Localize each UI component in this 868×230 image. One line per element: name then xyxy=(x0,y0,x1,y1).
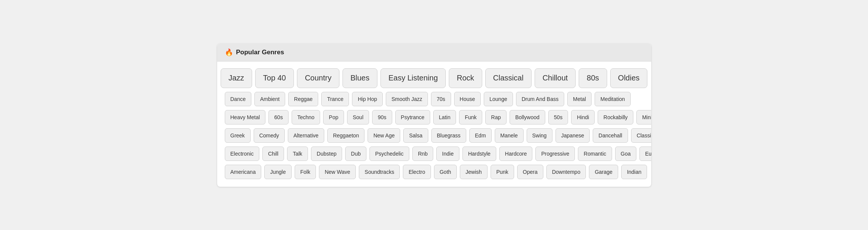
genre-btn-top-40[interactable]: Top 40 xyxy=(255,68,294,88)
genre-btn-oldies[interactable]: Oldies xyxy=(610,68,648,88)
genre-btn-classic-rock[interactable]: Classic Rock xyxy=(631,128,651,143)
genre-btn-dub[interactable]: Dub xyxy=(345,147,366,161)
genre-btn-drum-and-bass[interactable]: Drum And Bass xyxy=(516,92,564,106)
genre-btn-psychedelic[interactable]: Psychedelic xyxy=(369,147,409,161)
genre-btn-dubstep[interactable]: Dubstep xyxy=(311,147,342,161)
genre-btn-90s[interactable]: 90s xyxy=(372,110,392,124)
genre-btn-romantic[interactable]: Romantic xyxy=(578,147,612,161)
genre-btn-dancehall[interactable]: Dancehall xyxy=(593,128,628,143)
genre-btn-smooth-jazz[interactable]: Smooth Jazz xyxy=(386,92,428,106)
genre-btn-manele[interactable]: Manele xyxy=(495,128,524,143)
genre-btn-classical[interactable]: Classical xyxy=(485,68,532,88)
genre-btn-indie[interactable]: Indie xyxy=(436,147,459,161)
genre-btn-greek[interactable]: Greek xyxy=(225,128,251,143)
fire-icon: 🔥 xyxy=(225,48,233,57)
genre-btn-70s[interactable]: 70s xyxy=(431,92,451,106)
genre-btn-hardstyle[interactable]: Hardstyle xyxy=(462,147,496,161)
genre-btn-folk[interactable]: Folk xyxy=(295,165,316,179)
genre-btn-country[interactable]: Country xyxy=(297,68,339,88)
genre-btn-trance[interactable]: Trance xyxy=(321,92,349,106)
popular-genres-panel: 🔥 Popular Genres JazzTop 40CountryBluesE… xyxy=(217,44,651,187)
genre-btn-downtempo[interactable]: Downtempo xyxy=(546,165,586,179)
genre-btn-punk[interactable]: Punk xyxy=(491,165,514,179)
genre-btn-easy-listening[interactable]: Easy Listening xyxy=(380,68,446,88)
genre-btn-metal[interactable]: Metal xyxy=(567,92,592,106)
genre-btn-indian[interactable]: Indian xyxy=(621,165,647,179)
genre-btn-house[interactable]: House xyxy=(454,92,481,106)
genre-btn-new-age[interactable]: New Age xyxy=(368,128,400,143)
genre-btn-lounge[interactable]: Lounge xyxy=(484,92,513,106)
genre-btn-eurodance[interactable]: Eurodance xyxy=(639,147,651,161)
genre-btn-reggaeton[interactable]: Reggaeton xyxy=(327,128,365,143)
genre-btn-blues[interactable]: Blues xyxy=(342,68,377,88)
genre-btn-jungle[interactable]: Jungle xyxy=(264,165,291,179)
genre-btn-50s[interactable]: 50s xyxy=(548,110,568,124)
genre-row-5: ElectronicChillTalkDubstepDubPsychedelic… xyxy=(225,147,644,161)
genre-btn-japanese[interactable]: Japanese xyxy=(556,128,590,143)
genre-row-3: Heavy Metal60sTechnoPopSoul90sPsytranceL… xyxy=(225,110,644,124)
genre-btn-80s[interactable]: 80s xyxy=(579,68,607,88)
genre-btn-bollywood[interactable]: Bollywood xyxy=(510,110,545,124)
genre-btn-reggae[interactable]: Reggae xyxy=(288,92,318,106)
genre-row-6: AmericanaJungleFolkNew WaveSoundtracksEl… xyxy=(225,165,644,179)
genre-btn-heavy-metal[interactable]: Heavy Metal xyxy=(225,110,266,124)
genre-btn-alternative[interactable]: Alternative xyxy=(288,128,324,143)
genre-btn-opera[interactable]: Opera xyxy=(517,165,543,179)
genre-btn-electronic[interactable]: Electronic xyxy=(225,147,259,161)
genre-btn-hardcore[interactable]: Hardcore xyxy=(499,147,533,161)
genre-btn-hindi[interactable]: Hindi xyxy=(571,110,595,124)
genre-btn-bluegrass[interactable]: Bluegrass xyxy=(431,128,466,143)
genre-btn-electro[interactable]: Electro xyxy=(403,165,431,179)
panel-header: 🔥 Popular Genres xyxy=(217,44,651,61)
genre-btn-swing[interactable]: Swing xyxy=(527,128,552,143)
genre-btn-latin[interactable]: Latin xyxy=(433,110,456,124)
genre-row-2: DanceAmbientReggaeTranceHip HopSmooth Ja… xyxy=(225,92,644,106)
genre-btn-funk[interactable]: Funk xyxy=(459,110,482,124)
genre-btn-garage[interactable]: Garage xyxy=(589,165,618,179)
genre-row-1: JazzTop 40CountryBluesEasy ListeningRock… xyxy=(225,68,644,88)
genre-btn-rap[interactable]: Rap xyxy=(485,110,507,124)
genre-btn-jazz[interactable]: Jazz xyxy=(221,68,252,88)
genre-btn-goth[interactable]: Goth xyxy=(434,165,457,179)
genre-btn-ambient[interactable]: Ambient xyxy=(254,92,285,106)
genre-btn-chill[interactable]: Chill xyxy=(262,147,284,161)
genre-btn-hip-hop[interactable]: Hip Hop xyxy=(352,92,383,106)
genre-btn-rnb[interactable]: Rnb xyxy=(412,147,434,161)
genre-btn-comedy[interactable]: Comedy xyxy=(254,128,285,143)
genre-btn-meditation[interactable]: Meditation xyxy=(595,92,631,106)
genre-btn-talk[interactable]: Talk xyxy=(287,147,308,161)
genre-btn-rock[interactable]: Rock xyxy=(449,68,482,88)
genre-btn-soundtracks[interactable]: Soundtracks xyxy=(359,165,400,179)
genre-btn-americana[interactable]: Americana xyxy=(225,165,262,179)
panel-title: Popular Genres xyxy=(236,49,284,56)
genre-btn-chillout[interactable]: Chillout xyxy=(535,68,576,88)
genre-btn-soul[interactable]: Soul xyxy=(347,110,369,124)
genre-btn-progressive[interactable]: Progressive xyxy=(535,147,575,161)
genre-btn-salsa[interactable]: Salsa xyxy=(403,128,428,143)
genre-btn-goa[interactable]: Goa xyxy=(615,147,636,161)
genre-btn-psytrance[interactable]: Psytrance xyxy=(395,110,430,124)
genre-btn-minimal[interactable]: Minimal xyxy=(636,110,651,124)
genre-btn-pop[interactable]: Pop xyxy=(323,110,344,124)
genre-btn-60s[interactable]: 60s xyxy=(268,110,289,124)
genre-row-4: GreekComedyAlternativeReggaetonNew AgeSa… xyxy=(225,128,644,143)
genre-btn-new-wave[interactable]: New Wave xyxy=(319,165,356,179)
genres-area: JazzTop 40CountryBluesEasy ListeningRock… xyxy=(217,61,651,187)
genre-btn-jewish[interactable]: Jewish xyxy=(460,165,488,179)
genre-btn-dance[interactable]: Dance xyxy=(225,92,251,106)
genre-btn-techno[interactable]: Techno xyxy=(292,110,320,124)
genre-btn-rockabilly[interactable]: Rockabilly xyxy=(598,110,633,124)
genre-btn-edm[interactable]: Edm xyxy=(469,128,492,143)
